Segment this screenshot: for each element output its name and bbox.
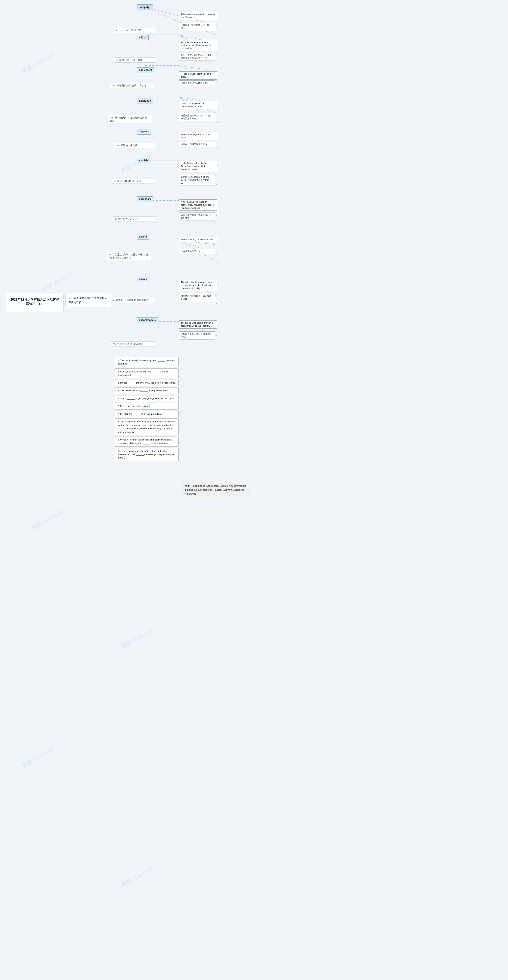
accommodate-cn: 学校没有足够的地方容纳所有的学生。	[178, 331, 215, 339]
abolish-en: I asked them not to abolish AmeriCorps, …	[178, 161, 217, 172]
word-adjust: adjust	[137, 35, 149, 40]
adjust-cn: 我们一直在让我们的战士们准备好自我调整以适应普通社会。	[178, 52, 215, 61]
word-accessory: accessory	[137, 196, 153, 202]
accessory-en: It also has a good range of accessories,…	[178, 199, 217, 210]
word-adolescent: adolescent	[137, 67, 154, 73]
word-adjacent: adjacent	[137, 129, 151, 135]
accessory-cn: 它还有多种配饰，包括墨镜、手包和腰带。	[178, 212, 215, 220]
exercise-item-8: 8. The prehistoric art of inscribing fig…	[115, 418, 178, 435]
word-accent: accent	[137, 234, 149, 240]
page-container: 树图 shutu.cn 树图 shutu.cn 树图 shutu.cn 树图 s…	[0, 0, 508, 980]
exercise-item-10: 10. The relatives are reluctant to show …	[115, 448, 178, 461]
exercise-item-2: 2. At 13 years old,he is still in the __…	[115, 369, 178, 379]
exercise-item-9: 9. Weed killers must be chosen and appli…	[115, 436, 178, 447]
adolescent-cn: 他领导了青少年方面的研究。	[178, 80, 215, 85]
advent-cn: 电脑的出现使这种任务的完成成为可能。	[178, 294, 215, 302]
adolescent-pos: adj. 青春期的;未成熟的 n. 青少年	[110, 83, 154, 88]
adjacent-en: He sat in an adjacent room and waited.	[178, 132, 217, 140]
accessory-pos: n. 配件;附件;(法) 从犯	[113, 216, 156, 221]
word-accommodate: accommodate	[137, 318, 158, 323]
left-panel: 2021年12月大学英语六级词汇选择题练习（1）	[6, 294, 64, 312]
advent-pos: n. 到来;出现;基督降临;基督降临节	[111, 298, 155, 303]
accommodate-en: The school was not big enough to accommo…	[178, 320, 217, 329]
watermark-7: 树图 shutu.cn	[21, 746, 55, 770]
watermark-1: 树图 shutu.cn	[21, 51, 55, 75]
page-title: 2021年12月大学英语六级词汇选择题练习（1）	[10, 298, 60, 306]
exercise-section: 1. The death penalty has recently been _…	[115, 357, 178, 463]
adjust-pos: vt. 调整、使...适合；校准	[114, 57, 156, 63]
adolescent-en: He led the adolescent side of the study.	[178, 72, 217, 80]
amplify-cn-sentence: 这种地形好像能束缚和扩大声音。	[178, 23, 215, 31]
connector-lines	[0, 0, 508, 980]
exercise-item-1: 1. The death penalty has recently been _…	[115, 357, 178, 367]
exercise-item-4: 4. This classroom can ______ twenty-five…	[115, 387, 178, 394]
watermark-5: 树图 shutu.cn	[30, 508, 65, 532]
accent-cn: 他有浓重的美国口音。	[178, 249, 215, 254]
watermark-6: 树图 shutu.cn	[119, 627, 154, 651]
instructions-panel: 从下列单词中选出最适当的词填入空格内详解：	[65, 294, 111, 307]
abolish-pos: vt. 废除、彻底取消、革除	[112, 178, 155, 184]
adjust-en: We have been preparing our fighters to a…	[178, 40, 217, 51]
ambitious-pos: adj. 野心勃勃的;有雄心的;热望的;远瞩的	[108, 115, 152, 123]
svg-line-11	[178, 65, 218, 72]
accent-pos: n. 口音;重音;强调特点;重音符号;vt. 强调;重读等...口音讲话	[107, 252, 151, 260]
word-advent: advent	[137, 277, 149, 282]
adjacent-cn: 他坐在一间相邻的房间等待。	[178, 142, 215, 147]
advent-en: The advent of the computer has brought t…	[178, 280, 217, 291]
word-ambitious: ambitious	[137, 98, 153, 104]
watermark-3: 树图 shutu.cn	[40, 269, 75, 294]
answer-box: 答案： 1.abolished 2.adolescent 3.adjust 4.…	[183, 482, 250, 498]
adjacent-pos: adj. 邻近的；毗近的	[114, 143, 156, 148]
accommodate-pos-exercise: vt. 容纳;使适应;应;供应;调调	[111, 341, 155, 347]
accent-en: He has a strong American accent.	[178, 237, 217, 242]
ambitious-cn: 克里斯是如此雄心勃勃，如此坚决地要把它做完。	[178, 113, 215, 121]
abolish-cn: 我要求他们不要取消美国服务队，因为他们曾经威胁过要这么做。	[178, 175, 215, 186]
exercise-item-3: 3. Please ______ the TV so that the pict…	[115, 380, 178, 386]
word-abolish: abolish	[137, 158, 150, 163]
root-node-amplify: amplify	[137, 4, 153, 10]
amplify-en-sentence: This landscape seemed to trap and amplif…	[178, 12, 217, 20]
watermark-8: 树图 shutu.cn	[119, 864, 154, 889]
exercise-item-7: 7. In"letter,"the ______ is on the first…	[115, 411, 178, 417]
ambitious-en: Chris is so ambitious, so determined to …	[178, 101, 217, 109]
exercise-item-5: 5. She is ______ to get through high sch…	[115, 395, 178, 402]
amplify-pos: vt. 放大；扩大增强;详述	[114, 28, 156, 33]
exercise-item-6: 6. Most cars come with optional ______.	[115, 403, 178, 410]
